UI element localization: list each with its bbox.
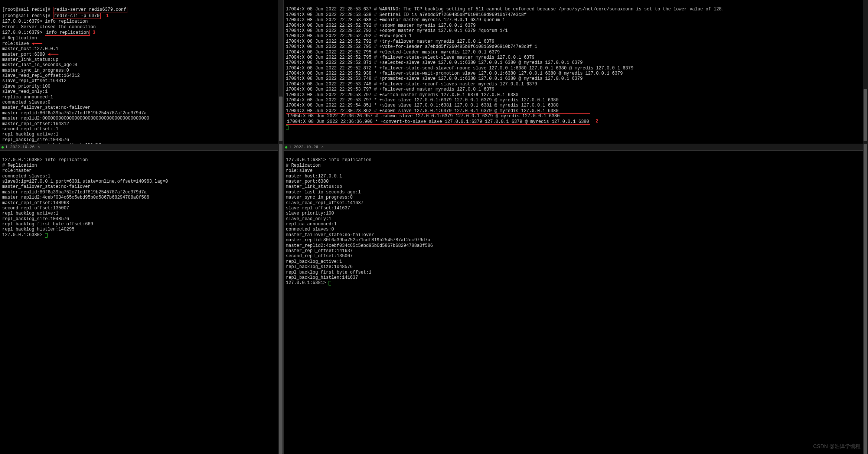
prompt: 127.0.0.1:6380> [2, 232, 45, 238]
cursor [329, 281, 331, 285]
output-line: 17004:X 08 Jun 2022 22:29:52.792 # +sdow… [286, 23, 476, 28]
terminal-output-br[interactable]: 127.0.0.1:6381> info replication # Repli… [284, 151, 868, 287]
output-line: 127.0.0.1:6379> info replication [2, 19, 88, 24]
output-line: master_failover_state:no-failover [2, 184, 91, 189]
output-line: slave_repl_offset:141637 [286, 206, 350, 211]
close-icon[interactable]: × [321, 145, 324, 150]
output-line: 17004:X 08 Jun 2022 22:29:53.797 # +swit… [286, 92, 519, 98]
scrollbar-thumb[interactable] [864, 144, 867, 454]
output-line: connected_slaves:0 [2, 100, 50, 105]
output-line: replica_announced:1 [2, 95, 53, 100]
output-line: 17004:X 08 Jun 2022 22:36:36.906 * +conv… [287, 119, 589, 124]
prompt: [root@sail redis]# [2, 13, 53, 19]
output-line: master_failover_state:no-failover [2, 105, 91, 110]
output-line: master_port:6380 [2, 52, 45, 57]
output-line: 17004:X 08 Jun 2022 22:36:26.957 # -sdow… [287, 114, 560, 119]
watermark: CSDN @浩泽学编程 [813, 443, 861, 450]
output-line: slave_read_only:1 [286, 216, 331, 222]
output-line: slave_repl_offset:164312 [2, 78, 66, 84]
scrollbar[interactable] [278, 144, 283, 454]
output-line: 17004:X 08 Jun 2022 22:29:52.938 * +fail… [286, 71, 623, 76]
prompt: 127.0.0.1:6381> [286, 280, 329, 285]
status-dot-icon [1, 146, 4, 148]
pane-top-right[interactable]: 17004:X 08 Jun 2022 22:28:53.637 # WARNI… [284, 0, 868, 144]
output-line: 17004:X 08 Jun 2022 22:29:53.748 # +fail… [286, 82, 537, 87]
terminal-grid: [root@sail redis]# redis-server redis637… [0, 0, 868, 454]
output-line: master_link_status:up [2, 57, 58, 62]
output-line: master_sync_in_progress:0 [2, 68, 69, 73]
output-line: 17004:X 08 Jun 2022 22:29:53.748 # +prom… [286, 76, 583, 81]
output-line: slave0:ip=127.0.0.1,port=6381,state=onli… [2, 179, 168, 184]
output-line: master_repl_offset:140963 [2, 200, 69, 206]
pane-bottom-right[interactable]: 1 2022-10-26 × 127.0.0.1:6381> info repl… [284, 144, 868, 454]
cmd-redis-cli: redis-cli -p 6379 [53, 13, 101, 19]
arrow-icon: ◄━━━ [32, 41, 42, 46]
output-line: 17004:X 08 Jun 2022 22:28:53.638 # +moni… [286, 17, 505, 23]
output-line: connected_slaves:0 [286, 227, 334, 232]
output-line: 17004:X 08 Jun 2022 22:29:54.851 * +slav… [286, 103, 559, 108]
annotation-3: 3 [93, 30, 95, 35]
output-line: master_port:6380 [286, 179, 329, 184]
output-line: 127.0.0.1:6381> info replication [286, 157, 371, 163]
output-line: repl_backlog_active:1 [2, 132, 58, 137]
output-line: # Replication [2, 36, 37, 41]
output-line: role:slave [286, 168, 313, 173]
output-line: master_repl_offset:141637 [286, 248, 353, 254]
output-line: second_repl_offset:135007 [2, 206, 69, 211]
output-line: repl_backlog_active:1 [2, 211, 58, 216]
scrollbar[interactable] [863, 144, 868, 454]
terminal-output-tl[interactable]: [root@sail redis]# redis-server redis637… [0, 0, 283, 144]
annotation-2: 2 [595, 119, 598, 124]
output-line: repl_backlog_first_byte_offset:669 [2, 222, 93, 227]
output-line: master_replid:80f6a39ba752c71cdf819b2545… [286, 238, 430, 243]
output-line: master_host:127.0.0.1 [286, 174, 342, 179]
cursor [45, 233, 48, 238]
output-line: 17004:X 08 Jun 2022 22:28:53.638 # Senti… [286, 12, 526, 17]
pane-top-left[interactable]: [root@sail redis]# redis-server redis637… [0, 0, 283, 144]
output-line: 127.0.0.1:6380> info replication [2, 157, 88, 163]
pane-bottom-left[interactable]: 1 2022-10-26 × 127.0.0.1:6380> info repl… [0, 144, 283, 454]
output-line: 17004:X 08 Jun 2022 22:29:52.795 # +elec… [286, 50, 500, 55]
output-line: repl_backlog_first_byte_offset:161726 [2, 143, 101, 144]
scrollbar-thumb[interactable] [279, 144, 283, 454]
scrollbar-thumb[interactable] [864, 89, 867, 141]
output-line: master_replid2:4cebf034c65c5ebd95b0d5867… [2, 195, 149, 200]
output-line: 17004:X 08 Jun 2022 22:28:53.637 # WARNI… [286, 7, 724, 12]
tab-label[interactable]: 1 2022-10-26 [5, 145, 35, 150]
terminal-output-bl[interactable]: 127.0.0.1:6380> info replication # Repli… [0, 151, 283, 239]
output-line: role:master [2, 168, 32, 173]
output-line: 17004:X 08 Jun 2022 22:30:23.862 # +sdow… [286, 108, 559, 114]
close-icon[interactable]: × [37, 145, 40, 150]
arrow-icon: ◄━━━ [48, 52, 58, 57]
output-line: replica_announced:1 [286, 222, 337, 227]
tab-label[interactable]: 1 2022-10-26 [289, 145, 318, 150]
output-line: 17004:X 08 Jun 2022 22:29:52.795 # +vote… [286, 44, 537, 49]
cmd-redis-server: redis-server redis6379.conf [53, 7, 127, 13]
output-line: 17004:X 08 Jun 2022 22:29:53.797 * +slav… [286, 98, 559, 103]
output-line: second_repl_offset:-1 [2, 127, 58, 132]
scrollbar[interactable] [278, 0, 283, 144]
output-line: 17004:X 08 Jun 2022 22:29:52.795 # +fail… [286, 55, 535, 60]
scrollbar-thumb[interactable] [279, 97, 283, 141]
tab-bar[interactable]: 1 2022-10-26 × [0, 144, 283, 151]
cursor [286, 125, 288, 130]
output-line: slave_priority:100 [2, 84, 50, 89]
tab-bar[interactable]: 1 2022-10-26 × [284, 144, 868, 151]
scrollbar[interactable] [863, 0, 868, 144]
output-line: repl_backlog_first_byte_offset:1 [286, 270, 371, 275]
annotation-1: 1 [106, 13, 109, 19]
output-line: 17004:X 08 Jun 2022 22:29:52.792 # +odow… [286, 28, 508, 33]
output-line: slave_read_repl_offset:164312 [2, 73, 80, 78]
prompt: 127.0.0.1:6379> [2, 30, 45, 35]
output-line: repl_backlog_size:1048576 [2, 137, 69, 143]
output-line: master_host:127.0.0.1 [2, 46, 58, 52]
output-line: repl_backlog_histlen:141637 [286, 275, 358, 280]
output-line: connected_slaves:1 [2, 174, 50, 179]
output-line: slave_read_repl_offset:141637 [286, 200, 363, 206]
output-line: 17004:X 08 Jun 2022 22:29:52.871 # +sele… [286, 60, 583, 65]
output-line: master_sync_in_progress:0 [286, 195, 353, 200]
output-line: slave_read_only:1 [2, 89, 48, 94]
terminal-output-tr[interactable]: 17004:X 08 Jun 2022 22:28:53.637 # WARNI… [284, 0, 868, 131]
output-line: 17004:X 08 Jun 2022 22:29:53.797 # +fail… [286, 87, 495, 92]
output-line: repl_backlog_size:1048576 [286, 264, 353, 270]
